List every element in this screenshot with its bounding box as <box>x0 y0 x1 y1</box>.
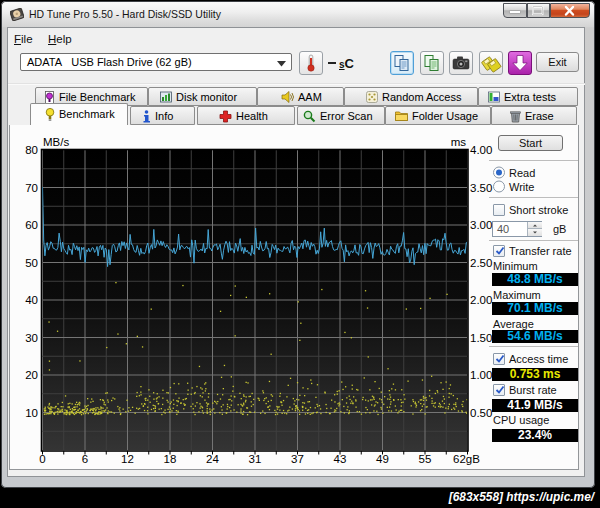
svg-text:24: 24 <box>206 453 219 465</box>
svg-text:49: 49 <box>376 453 389 465</box>
svg-text:62gB: 62gB <box>453 453 480 465</box>
svg-text:2.00: 2.00 <box>470 294 492 306</box>
svg-text:31: 31 <box>249 453 262 465</box>
svg-text:40: 40 <box>25 294 38 306</box>
svg-text:55: 55 <box>419 453 432 465</box>
svg-text:MB/s: MB/s <box>43 136 69 148</box>
svg-text:3.00: 3.00 <box>470 219 492 231</box>
svg-text:1.00: 1.00 <box>470 369 492 381</box>
svg-text:30: 30 <box>25 332 38 344</box>
svg-text:50: 50 <box>25 257 38 269</box>
svg-text:70: 70 <box>25 182 38 194</box>
svg-text:20: 20 <box>25 369 38 381</box>
svg-text:0: 0 <box>39 453 45 465</box>
svg-text:1.50: 1.50 <box>470 332 492 344</box>
svg-text:4.00: 4.00 <box>470 144 492 156</box>
svg-text:43: 43 <box>334 453 347 465</box>
svg-text:10: 10 <box>25 407 38 419</box>
svg-text:60: 60 <box>25 219 38 231</box>
svg-text:3.50: 3.50 <box>470 182 492 194</box>
svg-text:0.50: 0.50 <box>470 407 492 419</box>
svg-text:37: 37 <box>291 453 304 465</box>
svg-text:ms: ms <box>451 136 467 148</box>
svg-text:80: 80 <box>25 144 38 156</box>
svg-text:18: 18 <box>164 453 177 465</box>
svg-text:2.50: 2.50 <box>470 257 492 269</box>
svg-text:12: 12 <box>121 453 134 465</box>
svg-text:6: 6 <box>82 453 88 465</box>
